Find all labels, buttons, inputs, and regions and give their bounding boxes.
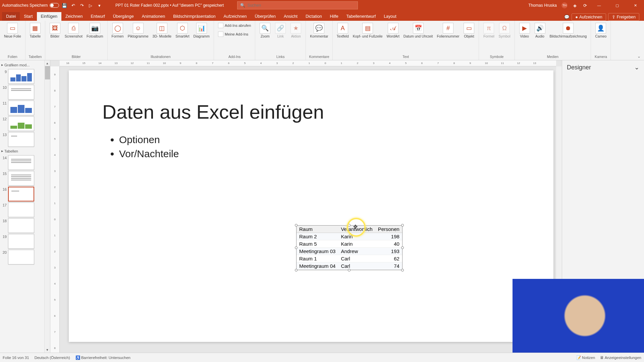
tab-slideshow[interactable]: Bildschirmpräsentation — [169, 12, 219, 21]
slide-counter[interactable]: Folie 16 von 31 — [3, 356, 29, 360]
tab-design[interactable]: Entwurf — [87, 12, 109, 21]
object-button[interactable]: ▭Objekt — [462, 22, 476, 39]
scroll-down-icon[interactable]: ▼ — [45, 347, 50, 353]
smartart-button[interactable]: ⬡SmartArt — [174, 22, 191, 39]
section-header[interactable]: ▸ Tabellen — [1, 148, 49, 154]
save-icon[interactable]: 💾 — [62, 3, 67, 8]
get-addins-button[interactable]: Add-Ins abrufen — [217, 22, 252, 29]
resize-handle[interactable] — [348, 269, 351, 272]
slide-title[interactable]: Daten aus Excel einfügen — [102, 101, 324, 123]
tab-table-design[interactable]: Tabellenentwurf — [342, 12, 380, 21]
notes-button[interactable]: 📝 Notizen — [576, 355, 595, 360]
scroll-thumb[interactable] — [45, 66, 50, 79]
resize-handle[interactable] — [401, 269, 404, 272]
slide-thumb[interactable]: 17 — [1, 202, 49, 217]
language-indicator[interactable]: Deutsch (Österreich) — [35, 356, 70, 360]
user-name[interactable]: Thomas Hruska — [528, 3, 557, 8]
slide-editor[interactable]: 1615141312111098765432101234567891011121… — [50, 60, 562, 353]
slide-canvas[interactable]: Daten aus Excel einfügen Optionen Vor/Na… — [69, 70, 553, 342]
tab-help[interactable]: Hilfe — [326, 12, 342, 21]
undo-icon[interactable]: ↶ — [70, 3, 76, 8]
slide-thumb[interactable]: 11 — [1, 101, 49, 115]
tab-review[interactable]: Überprüfen — [251, 12, 280, 21]
icons-button[interactable]: ☺Piktogramme — [126, 22, 150, 39]
chart-button[interactable]: 📊Diagramm — [192, 22, 211, 39]
display-settings-button[interactable]: 🖥 Anzeigeeinstellungen — [600, 356, 641, 360]
redo-icon[interactable]: ↷ — [79, 3, 85, 8]
slidenumber-button[interactable]: #Foliennummer — [435, 22, 461, 39]
autosave-switch-icon[interactable] — [50, 3, 59, 8]
search-box[interactable]: 🔍 — [237, 1, 358, 9]
shapes-button[interactable]: ◯Formen — [110, 22, 125, 39]
tab-dictation[interactable]: Dictation — [302, 12, 326, 21]
tab-insert[interactable]: Einfügen — [37, 12, 61, 21]
new-slide-button[interactable]: ▭Neue Folie — [3, 22, 22, 39]
bullet-item[interactable]: Vor/Nachteile — [119, 148, 179, 160]
tab-view[interactable]: Ansicht — [280, 12, 302, 21]
screenshot-button[interactable]: ⎙Screenshot — [63, 22, 84, 39]
resize-handle[interactable] — [401, 224, 404, 227]
audio-button[interactable]: 🔊Audio — [533, 22, 547, 39]
slide-bullets[interactable]: Optionen Vor/Nachteile — [109, 134, 179, 162]
accessibility-check[interactable]: ♿ Barrierefreiheit: Untersuchen — [75, 355, 130, 360]
close-button[interactable]: ✕ — [629, 0, 642, 11]
user-avatar[interactable]: TH — [561, 2, 568, 8]
photoalbum-button[interactable]: 📷Fotoalbum — [85, 22, 105, 39]
action-button[interactable]: ★Aktion — [289, 22, 303, 39]
slidepanel-scrollbar[interactable]: ▲ ▼ — [44, 60, 50, 353]
slide-thumb[interactable]: 20 — [1, 250, 49, 264]
slide-thumb[interactable]: 9 — [1, 69, 49, 84]
slide-thumb[interactable]: 13 — [1, 132, 49, 147]
resize-handle[interactable] — [295, 246, 298, 249]
slide-thumb[interactable]: 12 — [1, 116, 49, 131]
headerfooter-button[interactable]: ▤Kopf- und Fußzeile — [352, 22, 384, 39]
3dmodels-button[interactable]: ◫3D- Modelle — [151, 22, 173, 39]
video-button[interactable]: ▶Video — [518, 22, 532, 39]
slide-thumb[interactable]: 10 — [1, 85, 49, 100]
resize-handle[interactable] — [295, 224, 298, 227]
maximize-button[interactable]: ▢ — [610, 0, 624, 11]
slide-thumb[interactable]: 14 — [1, 155, 49, 170]
cameo-button[interactable]: 👤Cameo — [594, 22, 608, 39]
resize-handle[interactable] — [295, 269, 298, 272]
table-button[interactable]: ▦Tabelle — [28, 22, 42, 39]
slide-thumb[interactable]: 16 — [1, 187, 49, 201]
scroll-up-icon[interactable]: ▲ — [45, 60, 50, 66]
diamond-icon[interactable]: ◈ — [572, 3, 578, 8]
comments-icon[interactable]: 💬 — [564, 14, 570, 19]
tab-start[interactable]: Start — [20, 12, 37, 21]
minimize-button[interactable]: — — [592, 0, 606, 11]
present-icon[interactable]: ▷ — [88, 3, 93, 8]
tab-layout[interactable]: Layout — [380, 12, 400, 21]
resize-handle[interactable] — [401, 246, 404, 249]
bullet-item[interactable]: Optionen — [119, 134, 179, 145]
slide-thumb[interactable]: 19 — [1, 234, 49, 249]
tab-file[interactable]: Datei — [2, 12, 20, 21]
textbox-button[interactable]: ATextfeld — [335, 22, 350, 39]
chevron-down-icon[interactable]: ⌄ — [634, 64, 639, 71]
tab-animations[interactable]: Animationen — [138, 12, 169, 21]
screenrec-button[interactable]: ⏺Bildschirmaufzeichnung — [548, 22, 588, 39]
wordart-button[interactable]: 𝒜WordArt — [385, 22, 401, 39]
qat-more-icon[interactable]: ▾ — [97, 3, 102, 8]
datetime-button[interactable]: 📅Datum und Uhrzeit — [402, 22, 434, 39]
zoom-button[interactable]: 🔍Zoom — [258, 22, 272, 39]
tab-transitions[interactable]: Übergänge — [109, 12, 138, 21]
slide-thumb[interactable]: 18 — [1, 218, 49, 233]
my-addins-button[interactable]: Meine Add-Ins — [217, 31, 250, 38]
share-button[interactable]: ⇪Freigeben — [608, 13, 639, 21]
embedded-excel-table[interactable]: RaumVerantwortlichPersonenRaum 2Karin198… — [296, 225, 402, 270]
pictures-button[interactable]: 🖼Bilder — [48, 22, 62, 39]
ribbon-collapse-button[interactable]: ⌄ — [634, 21, 644, 60]
equation-button[interactable]: πFormel — [482, 22, 496, 39]
section-header[interactable]: ▸ Grafiken mod... — [1, 62, 49, 68]
search-input[interactable] — [247, 3, 355, 8]
record-button[interactable]: ●Aufzeichnen — [572, 13, 606, 21]
sync-icon[interactable]: ⟳ — [582, 3, 588, 8]
tab-draw[interactable]: Zeichnen — [61, 12, 87, 21]
slide-thumb[interactable]: 15 — [1, 171, 49, 186]
symbol-button[interactable]: ΩSymbol — [497, 22, 512, 39]
comment-button[interactable]: 💬Kommentar — [309, 22, 329, 39]
tab-record[interactable]: Aufzeichnen — [220, 12, 251, 21]
autosave-toggle[interactable]: Automatisches Speichern — [2, 3, 59, 8]
